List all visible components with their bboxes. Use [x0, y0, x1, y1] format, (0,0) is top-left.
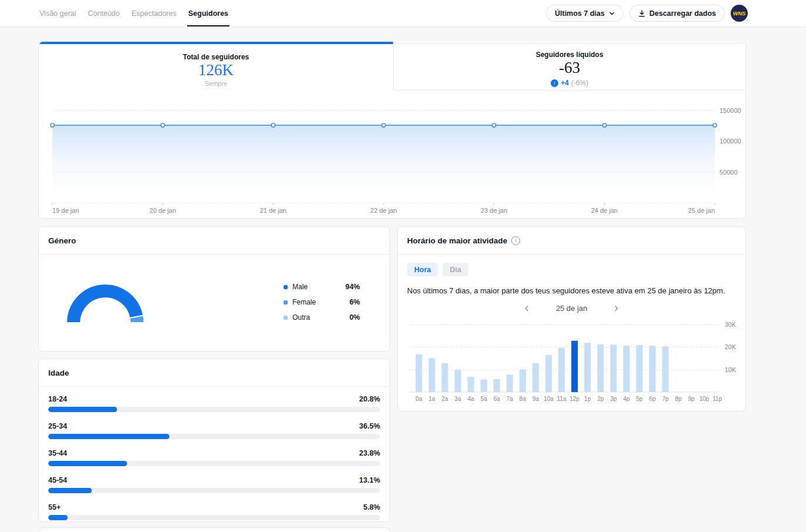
svg-text:6p: 6p	[649, 396, 656, 402]
gender-donut-chart[interactable]	[61, 280, 149, 329]
tab-visao-geral[interactable]: Visão geral	[38, 0, 77, 26]
svg-text:7a: 7a	[507, 396, 514, 402]
age-value: 20.8%	[359, 395, 380, 403]
age-row-55-plus: 55+ 5.8%	[48, 503, 380, 520]
delta-value: +4	[561, 79, 569, 87]
gender-chart-area: Male 94% Female 6% Outra 0%	[39, 255, 389, 351]
tab-conteudo[interactable]: Conteúdo	[86, 0, 121, 26]
svg-text:50000: 50000	[720, 169, 738, 176]
male-label: Male	[292, 283, 345, 291]
age-label: 55+	[48, 503, 61, 511]
download-data-button[interactable]: Descarregar dados	[630, 5, 725, 22]
legend-item-female: Female 6%	[284, 297, 360, 307]
partial-next-card	[38, 527, 390, 532]
followers-analytics-page: Total de seguidores 126K Sempre Seguidor…	[0, 27, 806, 532]
active-times-body: Hora Dia Nos últimos 7 dias, a maior par…	[398, 255, 745, 407]
delta-percent: (-6%)	[571, 79, 588, 87]
analytics-tabs: Visão geral Conteúdo Espectadores Seguid…	[38, 0, 229, 26]
hourly-activity-chart[interactable]: 10K20K30K0a1a2a3a4a5a6a7a8a9a10a11a12p1p…	[407, 318, 736, 407]
svg-text:8p: 8p	[675, 396, 682, 402]
total-followers-caption: Sempre	[205, 80, 228, 87]
svg-text:3p: 3p	[610, 396, 617, 402]
age-row-35-44: 35-44 23.8%	[48, 449, 380, 466]
svg-text:150000: 150000	[720, 107, 741, 114]
other-marker-icon	[284, 316, 288, 320]
svg-text:8a: 8a	[519, 396, 527, 402]
age-row-18-24: 18-24 20.8%	[48, 395, 380, 412]
gender-card-title: Género	[39, 227, 389, 255]
female-label: Female	[292, 298, 349, 306]
svg-text:9p: 9p	[688, 396, 695, 402]
hour-day-toggle: Hora Dia	[407, 263, 736, 276]
age-label: 25-34	[48, 422, 67, 430]
svg-text:30K: 30K	[725, 321, 736, 328]
svg-text:10K: 10K	[725, 366, 736, 373]
age-card-title: Idade	[39, 359, 389, 387]
legend-item-male: Male 94%	[284, 282, 360, 292]
gender-legend: Male 94% Female 6% Outra 0%	[284, 282, 360, 328]
age-bar-track	[48, 434, 380, 439]
info-icon[interactable]: i	[511, 236, 520, 245]
previous-day-button[interactable]	[524, 305, 530, 312]
age-bar-fill	[48, 407, 117, 412]
followers-summary-card: Total de seguidores 126K Sempre Seguidor…	[38, 42, 746, 219]
avatar[interactable]: WNS	[731, 5, 748, 22]
age-bars: 18-24 20.8% 25-34 36.5% 35-44 23.8%	[39, 387, 389, 520]
age-card: Idade 18-24 20.8% 25-34 36.5% 35-44 2	[38, 359, 390, 522]
net-followers-delta: ↑ +4 (-6%)	[551, 79, 588, 87]
svg-text:25 de jan: 25 de jan	[688, 207, 715, 214]
svg-text:3a: 3a	[455, 396, 462, 402]
age-value: 23.8%	[359, 449, 380, 457]
topbar-actions: Últimos 7 dias Descarregar dados WNS	[546, 5, 748, 22]
age-value: 36.5%	[359, 422, 380, 430]
svg-text:2p: 2p	[597, 396, 604, 402]
chevron-down-icon	[609, 11, 615, 16]
active-times-card: Horário de maior atividade i Hora Dia No…	[397, 226, 746, 411]
age-value: 13.1%	[359, 476, 380, 484]
svg-text:20K: 20K	[725, 343, 736, 350]
date-range-dropdown[interactable]: Últimos 7 dias	[546, 5, 624, 22]
age-bar-fill	[48, 488, 92, 493]
svg-text:4p: 4p	[623, 396, 630, 402]
age-label: 45-54	[48, 476, 67, 484]
avatar-text: WNS	[733, 10, 745, 16]
date-navigator: 25 de jan	[407, 304, 736, 313]
up-arrow-icon: ↑	[551, 79, 558, 87]
total-followers-title: Total de seguidores	[183, 53, 249, 61]
age-bar-fill	[48, 461, 127, 466]
download-label: Descarregar dados	[650, 9, 716, 18]
tab-espectadores[interactable]: Espectadores	[131, 0, 178, 26]
age-bar-fill	[48, 515, 68, 520]
age-row-45-54: 45-54 13.1%	[48, 476, 380, 493]
age-bar-track	[48, 515, 380, 520]
toggle-dia[interactable]: Dia	[442, 263, 468, 276]
svg-text:1p: 1p	[584, 396, 591, 402]
female-value: 6%	[349, 298, 360, 306]
followers-trend-chart[interactable]: 5000010000015000019 de jan20 de jan21 de…	[39, 91, 746, 219]
date-range-label: Últimos 7 dias	[555, 9, 605, 18]
svg-text:21 de jan: 21 de jan	[260, 207, 287, 214]
tab-seguidores[interactable]: Seguidores	[187, 0, 229, 26]
total-followers-tab[interactable]: Total de seguidores 126K Sempre	[39, 42, 393, 91]
age-bar-track	[48, 488, 380, 493]
male-value: 94%	[345, 283, 360, 291]
svg-text:1a: 1a	[428, 396, 435, 402]
age-row-25-34: 25-34 36.5%	[48, 422, 380, 439]
svg-text:20 de jan: 20 de jan	[149, 207, 176, 214]
age-bar-track	[48, 407, 380, 412]
svg-text:22 de jan: 22 de jan	[370, 207, 397, 214]
active-times-title: Horário de maior atividade	[407, 236, 507, 245]
svg-text:12p: 12p	[569, 396, 579, 402]
age-bar-fill	[48, 434, 169, 439]
svg-text:11p: 11p	[712, 396, 722, 402]
net-followers-tab[interactable]: Seguidores líquidos -63 ↑ +4 (-6%)	[393, 43, 745, 91]
other-label: Outra	[292, 313, 349, 322]
svg-text:100000: 100000	[720, 138, 741, 145]
net-followers-title: Seguidores líquidos	[536, 51, 604, 59]
svg-text:24 de jan: 24 de jan	[591, 207, 618, 214]
toggle-hora[interactable]: Hora	[407, 263, 438, 276]
net-followers-value: -63	[559, 59, 580, 76]
next-day-button[interactable]	[613, 305, 620, 312]
svg-text:10a: 10a	[544, 396, 554, 402]
activity-summary-text: Nos últimos 7 dias, a maior parte dos te…	[407, 286, 736, 295]
